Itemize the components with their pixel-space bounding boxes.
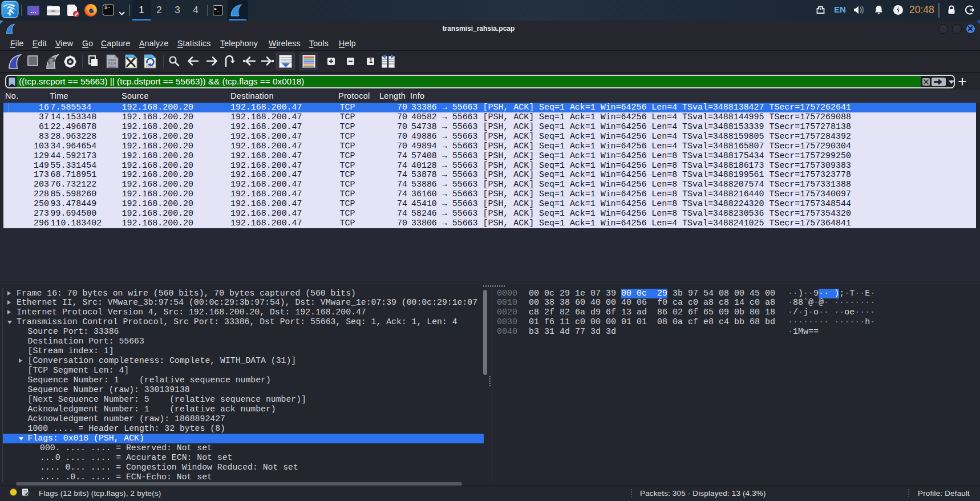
svg-text:0011: 0011 bbox=[108, 65, 116, 69]
